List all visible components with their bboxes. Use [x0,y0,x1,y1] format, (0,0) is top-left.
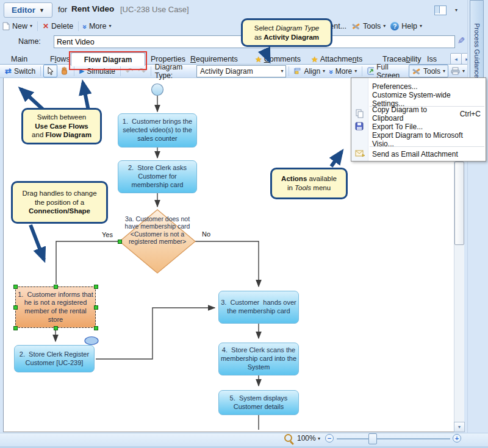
drag-handle[interactable] [94,305,98,310]
copy-icon [355,109,365,118]
editor-label: Editor [12,5,35,15]
menu-item-label: Export To File... [372,123,423,131]
red-highlight-rectangle [69,51,147,70]
decision-node-text[interactable]: 3a. Customer does not have membership ca… [122,215,193,246]
drag-handle[interactable] [13,305,18,310]
tools-dropdown-caret[interactable]: ▾ [383,24,386,29]
tab-main[interactable]: Main [11,54,27,64]
more-button-label: More [336,67,352,76]
star-icon: ★ [311,55,318,64]
tools-button-label: Tools [363,22,381,30]
tab-label: Main [11,55,27,63]
callout-tools-actions: Actions available in Tools menu [270,168,348,199]
layout-columns-icon[interactable] [434,5,447,15]
zoom-dropdown-caret[interactable]: ▾ [318,436,320,441]
drag-handle[interactable] [13,285,18,289]
drag-handle[interactable] [94,285,98,289]
zoom-in-button[interactable]: + [453,434,461,443]
delete-x-icon: ✕ [43,22,49,30]
drag-handle[interactable] [54,326,58,330]
flow-node-5[interactable]: 5. System displays Customer details [218,390,299,415]
flow-node-2[interactable]: 2. Store Clerk asks Customer for members… [118,160,197,193]
pointer-tool-button[interactable] [43,65,57,77]
more-diagram-button[interactable]: » More ▾ [328,65,359,77]
tools-icon [351,22,361,30]
print-button[interactable]: ▾ [448,65,467,77]
switch-button-label: Switch [14,67,35,76]
zoom-slider-track[interactable] [337,438,450,439]
delete-button-label: Delete [51,22,73,30]
tools-icon [412,67,421,76]
toolbar-separator [40,66,41,76]
zoom-slider-thumb[interactable] [368,433,377,444]
full-screen-button[interactable]: Full Screen [365,65,409,77]
new-dropdown-caret[interactable]: ▾ [30,24,32,29]
diagram-tools-button[interactable]: Tools ▾ [409,65,448,77]
delete-button[interactable]: ✕ Delete [40,20,76,32]
layout-columns-icon-pane [435,6,440,13]
new-button[interactable]: New ▾ [0,20,35,32]
switch-button[interactable]: ⇄ Switch [2,65,38,77]
flow-node-1[interactable]: 1. Customer brings the selected video(s)… [118,113,197,148]
tab-flows[interactable]: Flows [50,54,70,64]
drag-handle[interactable] [13,326,18,330]
tab-label: Attachments [320,55,363,63]
flow-node-3[interactable]: 3. Customer hands over the membership ca… [218,291,299,324]
callout-switch: Switch between Use Case Flows and Flow D… [21,108,102,144]
more-chevrons-icon: » [81,25,90,28]
menu-item-export-visio[interactable]: Export Diagram to Microsoft Visio... [351,133,486,146]
tab-label: Flows [50,55,70,63]
email-icon [355,149,365,157]
align-icon [293,67,301,75]
tools-button[interactable]: Tools ▾ [349,20,388,32]
connection-drag-handle[interactable] [118,240,122,244]
diagram-type-combobox[interactable]: Activity Diagram ▾ [196,65,286,77]
more-button[interactable]: » More ▾ [81,20,113,32]
main-toolbar: New ▾ ✕ Delete » More ▾ Document... Tool… [0,19,467,34]
zoom-percent-value[interactable]: 100% [297,434,316,443]
no-branch-label: No [202,230,210,238]
drag-handle[interactable] [54,285,58,289]
menu-item-customize-settings[interactable]: Customize System-wide Settings... [351,93,486,105]
editor-dropdown-button[interactable]: Editor ▼ [4,2,52,18]
flow-node-4[interactable]: 4. Store Clerk scans the membership card… [218,343,299,375]
selected-flow-node[interactable]: 1. Customer informs that he is not a reg… [15,286,96,328]
tab-issues-truncated[interactable]: Iss [427,54,437,64]
more-dropdown-caret[interactable]: ▾ [109,24,111,29]
layout-dropdown-caret[interactable]: ▾ [455,8,458,13]
menu-item-shortcut: Ctrl+C [460,110,481,118]
full-screen-icon [367,67,374,75]
tab-requirements[interactable]: Requirements [190,54,238,64]
align-button[interactable]: Align ▾ [291,65,328,77]
scroll-down-button[interactable]: ▾ [454,422,465,432]
menu-item-label: Send as Email Attachment [372,150,458,158]
drag-handle[interactable] [94,326,98,330]
callout-diagram-type: Select Diagram Type as Activity Diagram [241,18,332,47]
help-dropdown-caret[interactable]: ▾ [420,24,422,29]
menu-item-send-email[interactable]: Send as Email Attachment [351,148,486,160]
flow-node-register-customer[interactable]: 2. Store Clerk Register Customer [UC-239… [14,345,95,372]
new-page-icon [2,22,10,30]
process-guidance-label: Process Guidance [473,23,481,78]
more-dropdown-caret: ▾ [354,69,357,74]
menu-item-copy-diagram[interactable]: Copy Diagram to Clipboard Ctrl+C [351,107,486,120]
tools-dropdown-caret: ▾ [443,69,445,74]
help-icon: ? [390,22,399,30]
help-button[interactable]: ? Help ▾ [388,20,425,32]
print-dropdown-caret: ▾ [462,69,465,74]
diagram-type-value: Activity Diagram [200,67,253,76]
more-chevrons-icon: » [327,69,336,73]
tab-scroll-left-button[interactable]: ◂ [450,53,462,65]
menu-item-label: Preferences... [372,82,418,91]
toolbar-separator [37,21,38,31]
tab-comments[interactable]: ★Comments [255,54,301,64]
zoom-out-button[interactable]: − [325,434,334,443]
tab-attachments[interactable]: ★Attachments [311,54,362,64]
toolbar-separator [362,66,362,76]
vertical-scrollbar-thumb[interactable] [454,162,464,245]
combo-dropdown-caret: ▾ [281,69,284,74]
tab-label: Requirements [190,55,238,63]
diagram-type-label: Diagram Type: [155,63,193,80]
edit-pencil-icon[interactable]: ✎ [458,35,465,46]
name-label: Name: [18,37,41,46]
